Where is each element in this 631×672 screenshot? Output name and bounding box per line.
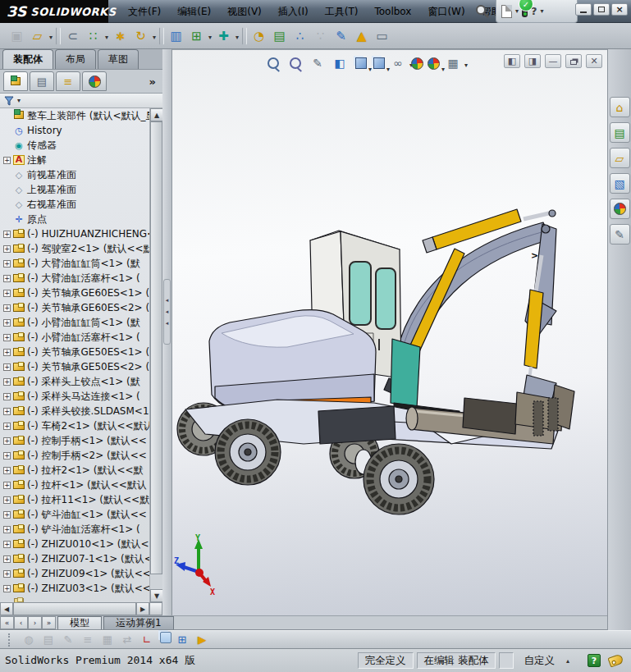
expand-plus-icon[interactable]: + — [3, 482, 11, 489]
assemblyxpert-icon[interactable]: ▲ — [351, 25, 372, 46]
vertical-scroll-thumb[interactable] — [150, 121, 162, 574]
tree-root-row[interactable]: 整车上装部件 (默认<默认_显 — [0, 108, 162, 123]
split-table-icon[interactable]: ⊞ — [173, 632, 191, 648]
linear-component-pattern-icon[interactable]: ∷ — [83, 25, 103, 46]
expand-plus-icon[interactable]: + — [3, 231, 11, 238]
view-orientation-icon[interactable] — [355, 57, 367, 69]
menu-item[interactable]: 视图(V) — [219, 2, 270, 21]
prev-tab-icon[interactable]: ‹ — [14, 616, 28, 629]
mate-icon[interactable]: ⊂ — [62, 25, 83, 46]
menu-item[interactable]: 插入(I) — [270, 2, 317, 21]
tree-row[interactable]: + (-) 大臂油缸活塞杆<1> ( — [0, 271, 162, 286]
units-selector[interactable]: 自定义 ▴ — [517, 652, 576, 669]
search-icon[interactable] — [474, 3, 492, 20]
expand-plus-icon[interactable]: + — [3, 378, 11, 386]
tree-row[interactable]: + ◇ 前视基准面 — [0, 167, 162, 182]
expand-plus-icon[interactable]: + — [3, 423, 11, 430]
first-tab-icon[interactable]: « — [0, 616, 14, 629]
hide-show-items-icon[interactable]: ∞ — [389, 54, 407, 72]
horizontal-scroll-thumb[interactable] — [13, 602, 136, 615]
expand-plus-icon[interactable]: + — [3, 290, 11, 297]
flip-view-icon[interactable]: ⇄ — [118, 632, 136, 648]
next-tab-icon[interactable]: › — [28, 616, 42, 629]
expand-plus-icon[interactable]: + — [3, 408, 11, 415]
bill-of-materials-icon[interactable]: ▤ — [269, 25, 290, 46]
tree-row[interactable]: + (-) 采样头铰接.SLDASM<1 — [0, 404, 162, 418]
expand-plus-icon[interactable]: + — [3, 334, 11, 341]
propertymanager-icon[interactable]: ▤ — [30, 71, 54, 91]
menu-item[interactable]: 编辑(E) — [169, 2, 219, 21]
expand-plus-icon[interactable]: + — [3, 275, 11, 282]
solidworks-resources-icon[interactable]: ⌂ — [610, 97, 630, 117]
tree-row[interactable]: + (-) 拉杆<1> (默认<<默认 — [0, 478, 162, 492]
display-style-icon[interactable] — [373, 57, 385, 69]
tree-row[interactable]: + (-) 铲斗油缸<1> (默认<< — [0, 507, 162, 522]
close-button[interactable]: × — [611, 3, 628, 16]
maximize-button[interactable] — [593, 3, 610, 16]
shaded-mode-icon[interactable] — [160, 632, 171, 643]
units-dropdown-icon[interactable]: ▴ — [566, 657, 569, 665]
tree-row[interactable]: + (-) 关节轴承GE60ES<2> ( — [0, 300, 162, 315]
featuremanager-tree-icon[interactable] — [3, 71, 28, 91]
tree-row[interactable]: + (-) ZHIZU03<1> (默认<<默 — [0, 581, 162, 596]
edit-appearance-icon[interactable] — [411, 57, 423, 70]
tree-row[interactable]: + (-) 关节轴承GE50ES<1> ( — [0, 345, 162, 359]
panel-splitter[interactable]: ◂◂◂ — [162, 49, 172, 615]
tree-row[interactable]: + (-) 车椅2<1> (默认<<默认 — [0, 418, 162, 433]
zoom-to-area-icon[interactable] — [286, 54, 304, 72]
expand-plus-icon[interactable]: + — [3, 452, 11, 459]
tag-icon[interactable] — [607, 653, 624, 667]
appearances-scenes-icon[interactable] — [610, 199, 630, 219]
draft-quality-icon[interactable]: ✎ — [59, 632, 77, 648]
zoom-to-fit-icon[interactable] — [264, 54, 282, 72]
exploded-view-icon[interactable]: ∴ — [290, 25, 310, 46]
scroll-down-icon[interactable]: ▼ — [150, 589, 163, 602]
displaymanager-icon[interactable] — [82, 71, 107, 91]
tree-row[interactable]: + (-) 控制手柄<1> (默认<< — [0, 433, 162, 448]
scroll-right-icon[interactable]: ▶ — [136, 602, 149, 615]
menu-item[interactable]: Toolbox — [366, 2, 419, 21]
apply-scene-icon[interactable] — [428, 57, 440, 70]
previous-view-icon[interactable]: ✎ — [309, 54, 327, 72]
pane-left-icon[interactable]: ◧ — [504, 54, 520, 68]
tree-row[interactable]: + A 注解 — [0, 153, 162, 167]
interference-detection-icon[interactable]: ✎ — [331, 25, 351, 46]
open-document-icon[interactable]: ▱ — [27, 25, 48, 46]
scroll-left-icon[interactable]: ◀ — [0, 602, 13, 615]
tree-row[interactable]: + (-) HUIZHUANZHICHENG<1> — [0, 226, 162, 241]
new-document-dropdown-icon[interactable]: ▾ — [515, 7, 519, 15]
file-explorer-icon[interactable]: ▱ — [610, 148, 630, 168]
last-tab-icon[interactable]: » — [42, 616, 56, 629]
design-library-icon[interactable]: ▤ — [610, 122, 630, 143]
filter-funnel-icon[interactable] — [3, 95, 15, 107]
filter-dropdown-icon[interactable]: ▾ — [17, 97, 21, 104]
tree-row[interactable]: + (-) 驾驶室2<1> (默认<<默 — [0, 241, 162, 256]
new-motion-study-icon[interactable]: ◔ — [249, 25, 269, 46]
expand-plus-icon[interactable]: + — [3, 260, 11, 267]
view-settings-icon[interactable]: ▦ — [444, 54, 462, 72]
insert-components-icon[interactable]: ▣ — [7, 25, 27, 46]
section-view-icon[interactable]: ◧ — [331, 54, 349, 72]
tree-row[interactable]: + (-) ZHIZU07-1<1> (默认< — [0, 551, 162, 566]
expand-plus-icon[interactable]: + — [3, 541, 11, 548]
move-component-icon[interactable]: ↻ — [130, 25, 151, 46]
expand-plus-icon[interactable]: + — [3, 304, 11, 312]
bookmark-flag-icon[interactable]: ▶ — [193, 632, 211, 648]
hidden-lines-icon[interactable]: ≡ — [79, 632, 97, 648]
tree-row[interactable]: + (-) 小臂油缸活塞杆<1> ( — [0, 330, 162, 345]
expand-plus-icon[interactable]: + — [3, 393, 11, 400]
excavator-model[interactable]: > — [172, 50, 607, 615]
custom-properties-icon[interactable]: ✎ — [610, 224, 630, 245]
commandmanager-tab[interactable]: 装配体 — [2, 49, 53, 69]
tree-row[interactable]: + (-) ZHIZU09<1> (默认<<默 — [0, 566, 162, 581]
restore-doc-icon[interactable] — [565, 54, 582, 68]
tree-horizontal-scrollbar[interactable]: ◀ ▶ — [0, 602, 162, 615]
expand-plus-icon[interactable]: + — [3, 555, 11, 563]
document-tab[interactable]: 模型 — [57, 616, 102, 629]
sep1-icon[interactable] — [56, 27, 61, 45]
expand-plus-icon[interactable]: + — [3, 245, 11, 253]
expand-plus-icon[interactable]: + — [3, 496, 11, 504]
expand-plus-icon[interactable]: + — [3, 467, 11, 474]
expand-plus-icon[interactable]: + — [3, 526, 11, 533]
expand-plus-icon[interactable]: + — [3, 511, 11, 519]
